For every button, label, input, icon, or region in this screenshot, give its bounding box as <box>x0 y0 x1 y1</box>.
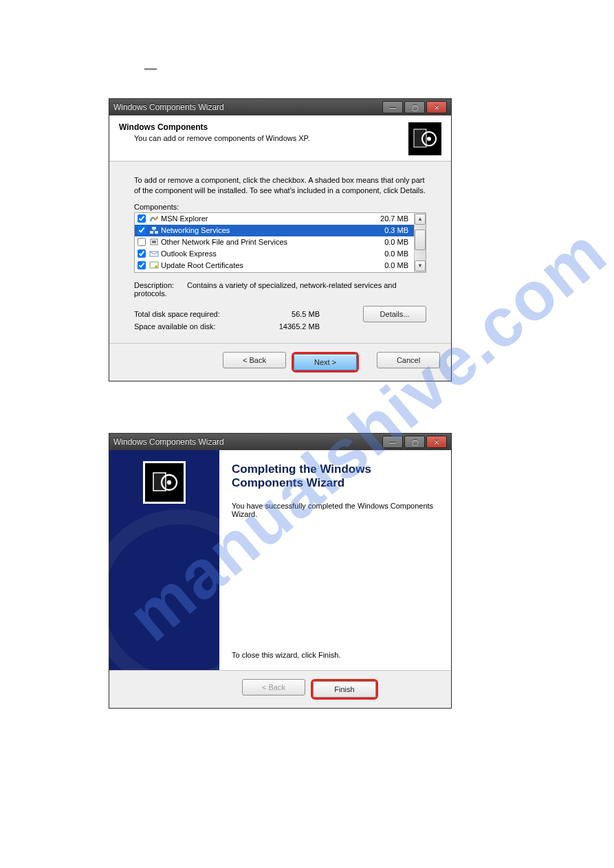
svg-rect-5 <box>152 227 156 230</box>
disk-available-value: 14365.2 MB <box>258 322 320 331</box>
fileprint-icon <box>149 237 159 247</box>
svg-rect-7 <box>152 241 156 243</box>
title-bar[interactable]: Windows Components Wizard — ▢ ✕ <box>109 99 451 115</box>
instructions-text: To add or remove a component, click the … <box>134 175 426 196</box>
item-size: 20.7 MB <box>366 214 411 223</box>
item-name: MSN Explorer <box>161 214 366 223</box>
close-hint: To close this wizard, click Finish. <box>232 651 340 659</box>
list-item[interactable]: Networking Services 0.3 MB <box>135 225 414 236</box>
list-item[interactable]: Other Network File and Print Services 0.… <box>135 236 414 248</box>
scroll-down-button[interactable]: ▼ <box>415 260 426 271</box>
components-icon <box>408 122 441 155</box>
minimize-button[interactable]: — <box>382 436 403 448</box>
next-button-highlight: Next > <box>292 352 359 372</box>
wizard-side-panel <box>109 450 219 670</box>
cd-box-icon <box>413 126 437 151</box>
details-button[interactable]: Details... <box>363 306 426 322</box>
svg-point-10 <box>155 265 157 268</box>
disk-required-value: 56.5 MB <box>258 306 320 322</box>
finish-button-highlight: Finish <box>311 679 378 700</box>
item-checkbox[interactable] <box>138 249 146 258</box>
outlook-icon <box>149 249 159 258</box>
svg-rect-4 <box>155 231 158 234</box>
page-marker <box>144 69 157 69</box>
minimize-button[interactable]: — <box>382 101 403 113</box>
description-label: Description: <box>134 281 185 289</box>
maximize-button[interactable]: ▢ <box>404 436 425 448</box>
msn-icon <box>149 214 159 223</box>
wizard-dialog-1: Windows Components Wizard — ▢ ✕ Windows … <box>109 98 452 381</box>
item-size: 0.0 MB <box>366 238 411 246</box>
item-name: Update Root Certificates <box>161 261 366 269</box>
network-icon <box>149 225 159 235</box>
svg-point-13 <box>167 480 171 485</box>
item-checkbox[interactable] <box>138 214 146 223</box>
components-label: Components: <box>134 203 426 211</box>
item-checkbox[interactable] <box>138 261 146 269</box>
button-row: < Back Next > Cancel <box>109 343 451 381</box>
maximize-button[interactable]: ▢ <box>404 101 425 113</box>
svg-point-2 <box>427 137 431 141</box>
back-button: < Back <box>242 679 305 695</box>
item-name: Other Network File and Print Services <box>161 238 366 246</box>
header-title: Windows Components <box>119 122 408 132</box>
scroll-up-button[interactable]: ▲ <box>415 214 426 225</box>
components-icon <box>143 461 186 504</box>
scroll-thumb[interactable] <box>415 230 426 250</box>
finish-button[interactable]: Finish <box>313 681 376 698</box>
item-checkbox[interactable] <box>138 226 146 234</box>
list-item[interactable]: Outlook Express 0.0 MB <box>135 248 414 260</box>
list-item[interactable]: Update Root Certificates 0.0 MB <box>135 260 414 271</box>
item-checkbox[interactable] <box>138 238 146 246</box>
window-title: Windows Components Wizard <box>113 102 224 112</box>
list-item[interactable]: MSN Explorer 20.7 MB <box>135 213 414 225</box>
item-size: 0.0 MB <box>366 261 411 269</box>
window-title: Windows Components Wizard <box>113 437 224 447</box>
item-name: Networking Services <box>161 226 366 234</box>
next-button[interactable]: Next > <box>294 354 357 370</box>
close-button[interactable]: ✕ <box>426 436 447 448</box>
item-size: 0.0 MB <box>366 249 411 258</box>
item-size: 0.3 MB <box>366 226 411 234</box>
certificate-icon <box>149 260 159 270</box>
components-listbox[interactable]: MSN Explorer 20.7 MB Networking Services… <box>134 212 426 273</box>
cd-box-icon <box>151 469 178 496</box>
item-name: Outlook Express <box>161 249 366 258</box>
close-button[interactable]: ✕ <box>426 101 447 113</box>
completion-body: You have successfully completed the Wind… <box>232 502 439 518</box>
disk-available-label: Space available on disk: <box>134 322 258 331</box>
disk-required-label: Total disk space required: <box>134 306 258 322</box>
scrollbar[interactable]: ▲ ▼ <box>414 213 426 272</box>
wizard-dialog-2: Windows Components Wizard — ▢ ✕ Completi… <box>109 433 452 709</box>
header-subtitle: You can add or remove components of Wind… <box>134 134 408 142</box>
wizard-header: Windows Components You can add or remove… <box>109 115 451 162</box>
back-button[interactable]: < Back <box>223 352 286 368</box>
cancel-button[interactable]: Cancel <box>377 352 440 368</box>
title-bar[interactable]: Windows Components Wizard — ▢ ✕ <box>109 434 451 450</box>
completion-heading: Completing the Windows Components Wizard <box>232 463 439 491</box>
